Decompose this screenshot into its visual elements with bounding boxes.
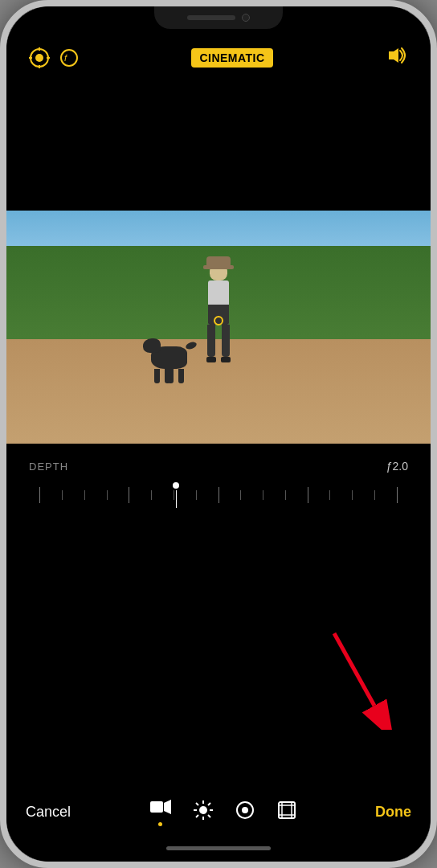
dog-leg [178, 369, 184, 383]
volume-up-button[interactable] [0, 167, 4, 215]
crop-icon [277, 800, 296, 825]
depth-label: DEPTH [29, 461, 68, 473]
slider-ticks [29, 487, 408, 503]
tick [29, 487, 51, 503]
home-indicator [6, 840, 431, 862]
video-icon-wrap[interactable] [150, 799, 171, 826]
depth-value: ƒ2.0 [386, 460, 408, 473]
svg-marker-12 [164, 800, 171, 814]
tick [118, 487, 141, 503]
person [206, 263, 231, 362]
depth-slider[interactable] [29, 479, 408, 511]
brightness-icon-wrap[interactable] [194, 800, 213, 825]
tick [296, 487, 319, 503]
tick [163, 490, 186, 500]
svg-line-19 [208, 815, 210, 817]
volume-down-button[interactable] [0, 227, 4, 276]
svg-point-6 [61, 50, 77, 66]
tick [319, 490, 341, 500]
volume-icon[interactable] [386, 47, 408, 69]
svg-point-1 [35, 54, 43, 62]
bottom-toolbar: Cancel [6, 788, 431, 840]
tick [141, 490, 163, 500]
power-button[interactable] [433, 183, 437, 264]
dog-back-legs [168, 369, 184, 383]
front-camera [242, 14, 250, 22]
tick [74, 490, 96, 500]
top-left-controls: f [29, 47, 79, 68]
cinematic-badge[interactable]: CINEMATIC [191, 48, 272, 68]
dog-leg [154, 369, 160, 383]
cancel-button[interactable]: Cancel [19, 797, 77, 827]
svg-point-13 [199, 806, 207, 814]
svg-text:f: f [64, 53, 67, 63]
tick [363, 490, 386, 500]
crop-icon-wrap[interactable] [277, 800, 296, 825]
portrait-icon [235, 800, 255, 825]
svg-line-18 [196, 803, 198, 805]
photo-container [6, 211, 431, 444]
svg-rect-11 [150, 801, 163, 813]
svg-line-21 [196, 815, 198, 817]
tick [51, 490, 74, 500]
svg-line-20 [208, 803, 210, 805]
dog-leg [168, 369, 174, 383]
leg-right [222, 325, 230, 357]
photo-frame [6, 211, 431, 444]
tick [252, 490, 275, 500]
tick [274, 490, 296, 500]
spacer-top [6, 82, 431, 211]
svg-point-23 [242, 807, 248, 813]
active-dot [158, 822, 162, 826]
phone-frame: f CINEMATIC [0, 0, 437, 868]
controls-area: DEPTH ƒ2.0 [6, 444, 431, 788]
dog-body [151, 346, 187, 369]
person-hat [206, 256, 231, 268]
home-bar [166, 846, 271, 850]
tick [341, 490, 364, 500]
depth-info: DEPTH ƒ2.0 [29, 460, 408, 473]
brightness-icon [194, 800, 213, 825]
done-button[interactable]: Done [369, 797, 418, 827]
speaker-grill [187, 15, 235, 20]
tick [386, 487, 408, 503]
shoe-right [221, 357, 231, 362]
toolbar-icons [150, 799, 296, 826]
dog-head [143, 338, 161, 353]
svg-rect-24 [279, 802, 295, 818]
svg-marker-8 [389, 48, 398, 63]
person-legs [206, 325, 231, 362]
scene [6, 211, 431, 444]
tick [96, 490, 118, 500]
tick [185, 490, 207, 500]
video-camera-icon [150, 799, 171, 820]
shoe-left [206, 357, 216, 362]
dog [151, 346, 187, 369]
tracking-indicator [214, 316, 223, 326]
portrait-icon-wrap[interactable] [235, 800, 255, 825]
leg-left [207, 325, 215, 357]
tick [230, 490, 252, 500]
tick [207, 487, 230, 503]
screen: f CINEMATIC [6, 6, 431, 862]
aperture-icon[interactable]: f [59, 48, 79, 68]
person-head [210, 263, 227, 280]
silent-switch[interactable] [0, 119, 4, 151]
live-photo-icon[interactable] [29, 47, 50, 68]
notch [154, 6, 283, 29]
